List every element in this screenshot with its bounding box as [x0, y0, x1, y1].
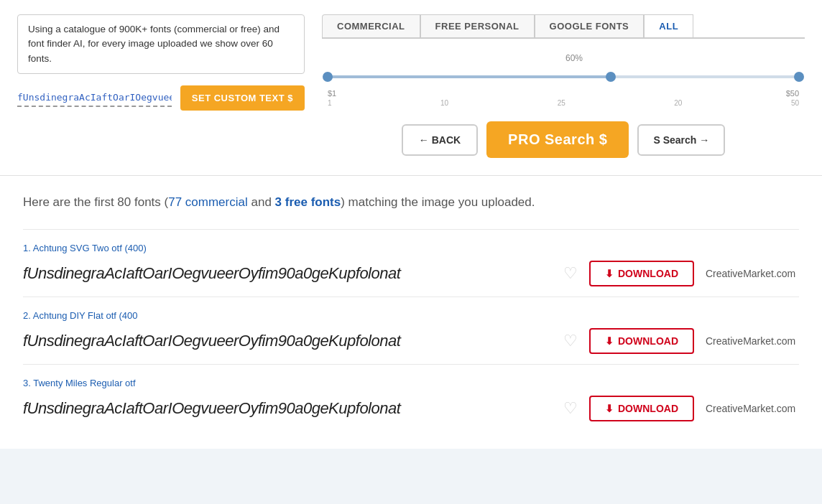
font-preview: fUnsdinegraAcIaftOarIOegvueerOyfim90a0ge… — [23, 264, 552, 283]
font-preview: fUnsdinegraAcIaftOarIOegvueerOyfim90a0ge… — [23, 332, 552, 350]
font-name: Achtung SVG Two otf (400) — [33, 243, 147, 253]
back-button[interactable]: ← BACK — [402, 124, 478, 156]
marketplace-label: CreativeMarket.com — [706, 403, 799, 414]
font-item-header: 2. Achtung DIY Flat otf (400 — [23, 310, 799, 321]
description-text: Using a catalogue of 900K+ fonts (commer… — [28, 24, 280, 64]
download-icon: ⬇ — [605, 403, 614, 414]
font-item-body: fUnsdinegraAcIaftOarIOegvueerOyfim90a0ge… — [23, 396, 799, 421]
font-list: 1. Achtung SVG Two otf (400) fUnsdinegra… — [23, 229, 799, 431]
font-number: 3. — [23, 378, 31, 388]
download-icon: ⬇ — [605, 268, 614, 279]
slider-thumb-left[interactable] — [323, 72, 333, 82]
results-free: 3 free fonts — [275, 195, 341, 209]
font-number: 2. — [23, 310, 31, 321]
slider-area: 60% $1 $50 1 10 25 20 50 — [322, 53, 805, 107]
font-item-header: 3. Twenty Miles Regular otf — [23, 378, 799, 388]
results-summary: Here are the first 80 fonts (77 commerci… — [23, 193, 799, 212]
description-box: Using a catalogue of 900K+ fonts (commer… — [17, 14, 305, 74]
font-item: 2. Achtung DIY Flat otf (400 fUnsdinegra… — [23, 297, 799, 364]
results-commercial: 77 commercial — [168, 195, 248, 209]
min-price-label: $1 — [328, 89, 336, 98]
tick-labels: 1 10 25 20 50 — [328, 99, 799, 107]
heart-button[interactable]: ♡ — [563, 332, 578, 350]
tick-20: 20 — [674, 99, 682, 107]
slider-fill — [328, 75, 611, 78]
marketplace-label: CreativeMarket.com — [706, 335, 799, 347]
slider-thumb-right[interactable] — [794, 72, 804, 82]
results-suffix: ) matching the image you uploaded. — [341, 195, 535, 209]
font-item-body: fUnsdinegraAcIaftOarIOegvueerOyfim90a0ge… — [23, 328, 799, 354]
heart-button[interactable]: ♡ — [563, 399, 578, 418]
download-label: DOWNLOAD — [618, 403, 678, 414]
tick-50: 50 — [791, 99, 799, 107]
s-search-button[interactable]: S Search → — [637, 124, 725, 156]
marketplace-label: CreativeMarket.com — [706, 268, 799, 279]
tick-25: 25 — [558, 99, 565, 107]
download-icon: ⬇ — [605, 335, 614, 347]
download-label: DOWNLOAD — [618, 335, 678, 347]
set-custom-button[interactable]: SET CUSTOM TEXT $ — [180, 85, 305, 111]
custom-text-input[interactable] — [17, 89, 172, 107]
custom-text-row: SET CUSTOM TEXT $ — [17, 85, 305, 111]
download-label: DOWNLOAD — [618, 268, 678, 279]
tab-google-fonts[interactable]: GOOGLE FONTS — [535, 14, 645, 37]
max-price-label: $50 — [786, 89, 799, 98]
tab-commercial[interactable]: COMMERCIAL — [322, 14, 420, 37]
top-panel: Using a catalogue of 900K+ fonts (commer… — [0, 0, 822, 176]
font-name: Twenty Miles Regular otf — [33, 378, 135, 388]
action-buttons: ← BACK PRO Search $ S Search → — [322, 121, 805, 158]
font-item-body: fUnsdinegraAcIaftOarIOegvueerOyfim90a0ge… — [23, 261, 799, 286]
font-item: 1. Achtung SVG Two otf (400) fUnsdinegra… — [23, 229, 799, 297]
tab-free-personal[interactable]: FREE PERSONAL — [420, 14, 535, 37]
font-item-header: 1. Achtung SVG Two otf (400) — [23, 243, 799, 253]
slider-thumb-middle[interactable] — [606, 72, 616, 82]
download-button[interactable]: ⬇ DOWNLOAD — [589, 261, 694, 286]
pro-search-button[interactable]: PRO Search $ — [486, 121, 629, 158]
font-number: 1. — [23, 243, 31, 253]
results-conjunction: and — [248, 195, 275, 209]
slider-track-wrapper — [328, 66, 799, 88]
download-button[interactable]: ⬇ DOWNLOAD — [589, 396, 694, 421]
tab-bar: COMMERCIAL FREE PERSONAL GOOGLE FONTS AL… — [322, 14, 805, 39]
results-panel: Here are the first 80 fonts (77 commerci… — [0, 176, 822, 449]
heart-button[interactable]: ♡ — [563, 264, 578, 283]
percent-label: 60% — [349, 53, 799, 63]
font-name: Achtung DIY Flat otf (400 — [33, 310, 138, 321]
tick-1: 1 — [328, 99, 332, 107]
left-section: Using a catalogue of 900K+ fonts (commer… — [17, 14, 305, 111]
font-item: 3. Twenty Miles Regular otf fUnsdinegraA… — [23, 364, 799, 431]
download-button[interactable]: ⬇ DOWNLOAD — [589, 328, 694, 354]
price-labels: $1 $50 — [328, 89, 799, 98]
tab-all[interactable]: ALL — [644, 14, 693, 37]
tick-10: 10 — [440, 99, 448, 107]
slider-track[interactable] — [328, 75, 799, 78]
right-section: COMMERCIAL FREE PERSONAL GOOGLE FONTS AL… — [322, 14, 805, 158]
results-prefix: Here are the first 80 fonts ( — [23, 195, 168, 209]
font-preview: fUnsdinegraAcIaftOarIOegvueerOyfim90a0ge… — [23, 399, 552, 418]
